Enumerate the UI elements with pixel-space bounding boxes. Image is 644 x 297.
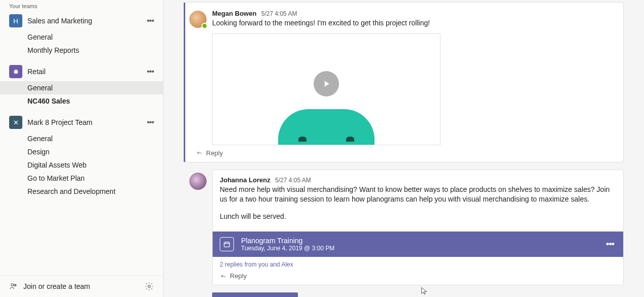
play-icon[interactable] [314, 71, 339, 96]
accent-bar [184, 3, 185, 162]
more-icon[interactable]: ••• [145, 68, 156, 76]
reply-arrow-icon [220, 273, 227, 280]
svg-point-0 [11, 284, 14, 286]
thread-post: Johanna Lorenz 5/27 4:05 AM Need more he… [184, 170, 624, 286]
post-timestamp: 5/27 4:05 AM [275, 177, 311, 184]
avatar[interactable] [189, 173, 207, 190]
team-name: Mark 8 Project Team [27, 118, 145, 126]
main-area: Megan Bowen 5/27 4:05 AM Looking forward… [163, 0, 644, 297]
channel-item[interactable]: Go to Market Plan [0, 172, 163, 185]
channel-item[interactable]: Monthly Reports [0, 44, 163, 57]
avatar-wrap [184, 10, 212, 145]
channel-item[interactable]: General [0, 30, 163, 44]
sidebar-footer: Join or create a team [0, 275, 163, 297]
new-conversation-bar: New conversation [184, 292, 624, 297]
post-text: Need more help with visual merchandising… [220, 185, 614, 205]
channel-item-general[interactable]: General [0, 81, 163, 94]
more-icon[interactable]: ••• [145, 118, 156, 126]
avatar[interactable] [189, 11, 207, 28]
sidebar: Your teams H Sales and Marketing ••• Gen… [0, 0, 163, 297]
event-subtitle: Tuesday, June 4, 2019 @ 3:00 PM [241, 245, 604, 252]
team-row-sales-marketing[interactable]: H Sales and Marketing ••• [0, 11, 163, 30]
svg-rect-3 [224, 242, 230, 247]
new-conversation-button[interactable]: New conversation [212, 292, 298, 297]
more-icon[interactable]: ••• [145, 17, 156, 25]
gear-icon[interactable] [145, 282, 154, 291]
replies-summary[interactable]: 2 replies from you and Alex [213, 257, 623, 268]
meeting-event-card[interactable]: Planogram Training Tuesday, June 4, 2019… [213, 232, 623, 257]
channel-item[interactable]: General [0, 132, 163, 145]
channel-item[interactable]: Research and Development [0, 185, 163, 198]
calendar-icon [220, 237, 234, 251]
team-avatar: ✺ [9, 65, 22, 78]
sidebar-header: Your teams [0, 0, 163, 11]
sidebar-content: Your teams H Sales and Marketing ••• Gen… [0, 0, 163, 275]
post-timestamp: 5/27 4:05 AM [261, 10, 297, 17]
reply-label: Reply [206, 149, 223, 157]
post-text: Lunch will be served. [220, 212, 614, 222]
team-name: Sales and Marketing [27, 17, 145, 25]
reply-button[interactable]: Reply [213, 268, 623, 285]
video-attachment[interactable] [212, 34, 440, 145]
post-author[interactable]: Johanna Lorenz [220, 176, 270, 184]
team-avatar: H [9, 14, 22, 27]
team-row-mark8[interactable]: ✕ Mark 8 Project Team ••• [0, 113, 163, 132]
channel-item[interactable]: Design [0, 145, 163, 158]
post-author[interactable]: Megan Bowen [212, 10, 256, 17]
messages-list[interactable]: Megan Bowen 5/27 4:05 AM Looking forward… [163, 0, 644, 297]
team-name: Retail [27, 68, 145, 76]
video-thumbnail-graphic [278, 109, 375, 145]
channel-item-nc460[interactable]: NC460 Sales [0, 94, 163, 108]
more-icon[interactable]: ••• [604, 239, 616, 250]
join-create-label[interactable]: Join or create a team [23, 282, 90, 290]
channel-item[interactable]: Digital Assets Web [0, 158, 163, 172]
reply-arrow-icon [196, 149, 203, 156]
event-title: Planogram Training [241, 237, 604, 245]
thread-post: Megan Bowen 5/27 4:05 AM Looking forward… [184, 2, 624, 162]
reply-label: Reply [230, 272, 247, 280]
presence-available-icon [201, 23, 208, 29]
team-avatar: ✕ [9, 116, 22, 129]
add-team-icon[interactable] [9, 282, 18, 291]
team-row-retail[interactable]: ✺ Retail ••• [0, 62, 163, 81]
post-text: Looking forward to the meetings! I'm exc… [212, 18, 614, 28]
reply-button[interactable]: Reply [184, 145, 623, 162]
svg-point-2 [148, 285, 151, 288]
